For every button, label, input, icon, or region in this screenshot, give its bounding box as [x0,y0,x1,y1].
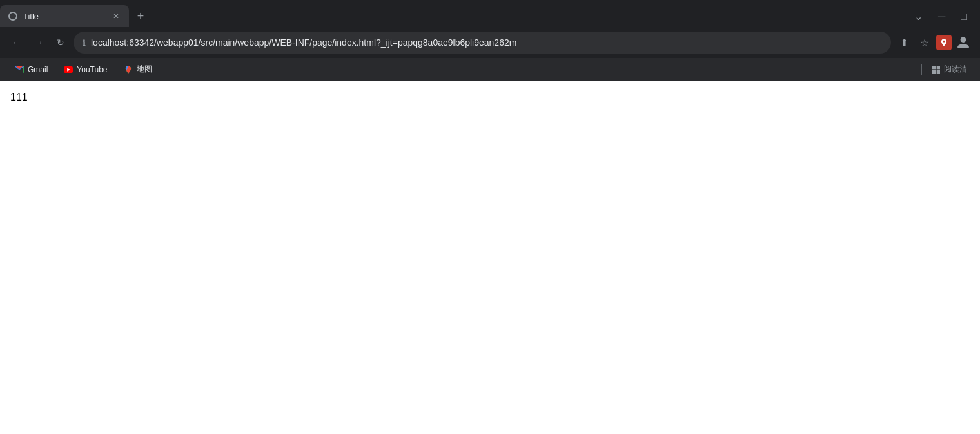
page-body-text: 111 [10,92,970,103]
address-bar-row: ← → ↻ ℹ localhost:63342/webapp01/src/mai… [0,27,980,58]
bookmark-maps[interactable]: 地图 [117,61,159,77]
reading-mode-button[interactable]: 阅读清 [926,61,972,77]
profile-button[interactable] [954,34,972,52]
reading-mode-label: 阅读清 [944,64,967,75]
bookmark-button[interactable]: ☆ [916,34,934,52]
address-bar[interactable]: ℹ localhost:63342/webapp01/src/main/weba… [74,32,891,54]
chevron-down-icon[interactable]: ⌄ [909,8,928,25]
youtube-favicon [63,64,74,75]
svg-rect-4 [932,66,936,69]
tab-title: Title [23,12,106,21]
address-bar-actions: ⬆ ☆ [895,34,972,52]
bookmarks-bar: Gmail YouTube 地 [0,58,980,81]
share-button[interactable]: ⬆ [895,34,913,52]
tab-close-button[interactable]: ✕ [111,11,121,21]
url-text: localhost:63342/webapp01/src/main/webapp… [91,37,882,48]
minimize-button[interactable]: ─ [933,8,950,25]
tab-bar: Title ✕ + ⌄ ─ □ [0,0,980,27]
divider [921,64,922,75]
extension-icon[interactable] [936,35,952,50]
active-tab[interactable]: Title ✕ [0,5,129,27]
svg-rect-6 [932,70,936,73]
page-content: 111 [0,81,980,391]
svg-rect-7 [937,70,940,73]
svg-rect-5 [937,66,940,69]
tab-favicon [8,11,18,21]
youtube-label: YouTube [77,65,107,74]
back-button[interactable]: ← [8,34,26,52]
gmail-label: Gmail [28,65,48,74]
reading-mode-area: 阅读清 [921,61,972,77]
maps-label: 地图 [137,64,152,75]
info-icon: ℹ [83,38,86,48]
forward-button[interactable]: → [30,34,48,52]
window-controls: ⌄ ─ □ [909,8,980,27]
maps-favicon [123,64,133,75]
bookmark-youtube[interactable]: YouTube [57,62,113,77]
url-host: localhost:63342/webapp01/src/main/webapp… [91,37,516,48]
restore-button[interactable]: □ [956,8,972,25]
globe-icon [8,12,17,21]
bookmark-gmail[interactable]: Gmail [8,62,54,77]
reload-button[interactable]: ↻ [52,34,70,52]
gmail-favicon [14,64,24,75]
browser-chrome: Title ✕ + ⌄ ─ □ ← → ↻ ℹ localhost:63342/… [0,0,980,81]
new-tab-button[interactable]: + [132,7,150,25]
